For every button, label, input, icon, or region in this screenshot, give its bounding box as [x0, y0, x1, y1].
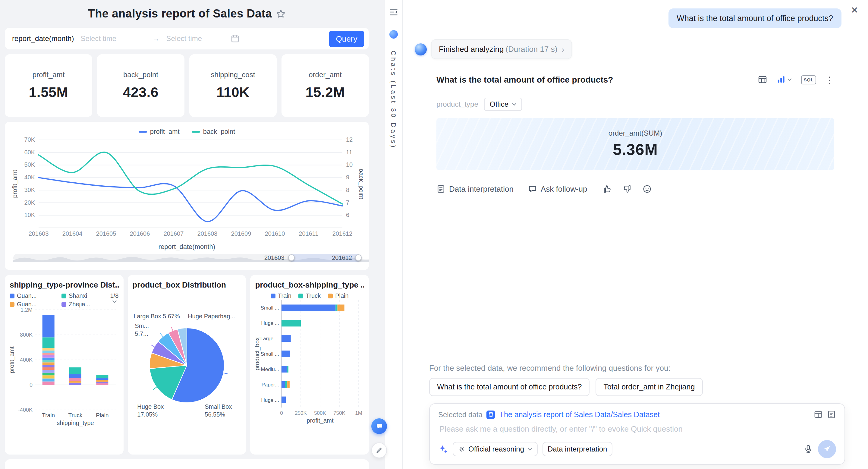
recommend-intro: For the selected data, we recommend the …	[429, 364, 845, 373]
data-interpretation-button[interactable]: Data interpretation	[436, 184, 514, 193]
svg-text:profit_amt: profit_amt	[10, 346, 16, 373]
legend-pagination[interactable]: 1/8	[110, 292, 119, 303]
svg-text:Large ...: Large ...	[260, 336, 279, 342]
assistant-avatar	[415, 43, 427, 55]
feedback-float-button[interactable]	[371, 442, 387, 458]
time-range-slider[interactable]: 201603 201612	[13, 254, 361, 262]
legend-item-back-point[interactable]: back_point	[192, 128, 235, 135]
svg-text:201603: 201603	[29, 230, 49, 237]
collapse-panel-icon[interactable]	[389, 7, 398, 17]
recommend-chip-2[interactable]: Total order_amt in Zhejiang	[595, 378, 703, 396]
svg-text:Small ...: Small ...	[261, 351, 279, 357]
query-button[interactable]: Query	[329, 30, 364, 47]
recommend-chip-1[interactable]: What is the total amount of office produ…	[429, 378, 590, 396]
svg-text:0: 0	[280, 410, 283, 416]
legend-item[interactable]: Truck	[299, 292, 321, 299]
legend-item[interactable]: Zhejia...	[61, 301, 108, 307]
kpi-value: 1.55M	[29, 84, 68, 101]
kpi-card-order-amt: order_amt 15.2M	[281, 54, 369, 117]
legend-swatch	[10, 302, 14, 307]
chat-question-input[interactable]	[438, 424, 838, 434]
report-icon	[436, 184, 445, 193]
svg-text:750K: 750K	[334, 410, 346, 416]
legend-item[interactable]: Train	[271, 292, 291, 299]
thumb-up-icon[interactable]	[603, 184, 612, 193]
ask-follow-up-button[interactable]: Ask follow-up	[528, 184, 587, 193]
svg-text:back_point: back_point	[358, 168, 363, 199]
user-message-row: What is the total amount of office produ…	[403, 0, 868, 28]
close-icon[interactable]: ✕	[851, 5, 858, 16]
send-button[interactable]	[818, 440, 836, 458]
kpi-value: 423.6	[123, 84, 158, 101]
svg-text:60K: 60K	[24, 149, 35, 156]
user-message: What is the total amount of office produ…	[668, 8, 841, 28]
kpi-label: profit_amt	[33, 70, 65, 79]
reasoning-mode-select[interactable]: Official reasoning	[453, 442, 537, 456]
dashboard-title-row: The analysis report of Sales Data	[5, 0, 369, 28]
status-text: Finished analyzing	[439, 44, 504, 54]
chat-mini-avatar-icon[interactable]	[390, 30, 398, 39]
end-time-input[interactable]	[165, 34, 225, 43]
svg-text:Small ...: Small ...	[261, 305, 279, 311]
svg-text:30K: 30K	[24, 187, 35, 193]
calendar-icon[interactable]	[230, 34, 239, 43]
gear-icon	[458, 445, 465, 453]
svg-text:201611: 201611	[299, 230, 318, 237]
legend-swatch	[138, 130, 147, 132]
selected-dataset-link[interactable]: The analysis report of Sales Data/Sales …	[499, 410, 660, 419]
insert-table-icon[interactable]	[814, 410, 823, 419]
svg-text:Huge ...: Huge ...	[261, 320, 279, 326]
form-settings-icon[interactable]	[827, 410, 836, 419]
svg-text:12: 12	[346, 136, 352, 143]
ai-assistant-float-button[interactable]	[371, 418, 387, 434]
dashboard-panel: The analysis report of Sales Data report…	[0, 0, 384, 469]
kpi-label: back_point	[123, 70, 158, 79]
chat-sidebar-strip: Chats (Last 30 Days)	[384, 0, 403, 469]
svg-text:7: 7	[346, 199, 349, 206]
svg-text:Paper...: Paper...	[261, 382, 279, 387]
answer-block: What is the total amount of office produ…	[436, 75, 834, 193]
svg-text:500K: 500K	[314, 410, 327, 416]
kebab-menu-icon[interactable]: ⋮	[825, 75, 834, 84]
svg-text:201609: 201609	[231, 230, 251, 237]
svg-text:50K: 50K	[24, 161, 35, 168]
svg-text:Truck: Truck	[68, 412, 83, 418]
svg-text:10K: 10K	[24, 212, 35, 218]
caret-down-icon	[527, 447, 532, 451]
product-type-select[interactable]: Office	[484, 98, 522, 111]
status-duration: (Duration 17 s)	[505, 44, 557, 54]
legend-item[interactable]: Shanxi	[61, 292, 108, 299]
filter-field-label: report_date(month)	[12, 34, 74, 43]
legend-item[interactable]: Guan...	[10, 292, 54, 299]
svg-text:-400K: -400K	[18, 407, 33, 413]
table-view-icon[interactable]	[758, 75, 768, 84]
legend-item[interactable]: Guan...	[10, 301, 54, 307]
start-time-input[interactable]	[79, 34, 147, 43]
svg-text:9: 9	[346, 174, 349, 181]
emoji-feedback-icon[interactable]	[643, 184, 652, 193]
favorite-star-icon[interactable]	[276, 9, 286, 19]
thumb-down-icon[interactable]	[623, 184, 632, 193]
svg-text:250K: 250K	[295, 410, 307, 416]
chat-panel: ✕ What is the total amount of office pro…	[403, 0, 868, 469]
svg-text:400K: 400K	[20, 357, 33, 363]
slider-handle-right[interactable]	[355, 254, 362, 261]
trend-x-axis-label: report_date(month)	[11, 242, 363, 251]
sparkle-magic-icon[interactable]	[438, 444, 448, 454]
svg-text:6: 6	[346, 212, 349, 218]
svg-text:profit_amt: profit_amt	[11, 170, 19, 198]
composer-card: Selected data The analysis report of Sal…	[429, 403, 845, 465]
svg-text:1M: 1M	[355, 410, 363, 416]
legend-item[interactable]: Plain	[328, 292, 349, 299]
legend-item-profit-amt[interactable]: profit_amt	[138, 128, 180, 135]
analysis-status-pill[interactable]: Finished analyzing (Duration 17 s) ›	[431, 39, 572, 59]
data-interpretation-chip[interactable]: Data interpretation	[542, 442, 613, 456]
microphone-icon[interactable]	[804, 444, 813, 454]
legend-swatch	[328, 293, 333, 298]
chart-view-icon[interactable]	[777, 75, 792, 84]
sql-view-icon[interactable]: SQL	[801, 75, 816, 84]
trend-legend: profit_amt back_point	[11, 127, 363, 136]
slider-handle-left[interactable]	[288, 254, 295, 261]
stage: The analysis report of Sales Data report…	[0, 0, 868, 469]
legend-swatch	[192, 130, 200, 132]
